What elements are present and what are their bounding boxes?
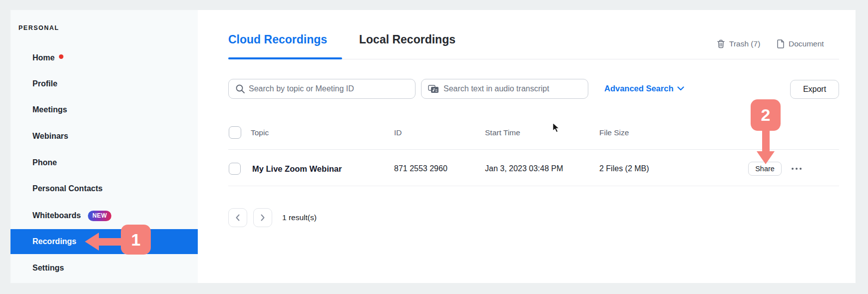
sidebar-item-phone[interactable]: Phone	[10, 153, 198, 173]
export-button[interactable]: Export	[790, 80, 839, 99]
sidebar-item-label: Recordings	[32, 237, 76, 246]
sidebar-item-label: Settings	[32, 264, 64, 273]
sidebar-item-whiteboards[interactable]: Whiteboards NEW	[10, 206, 198, 226]
tab-cloud-recordings[interactable]: Cloud Recordings	[228, 33, 327, 46]
sidebar-item-home[interactable]: Home	[10, 48, 198, 68]
trash-label: Trash (7)	[729, 39, 760, 48]
sidebar-item-label: Personal Contacts	[32, 184, 102, 193]
column-header-topic: Topic	[251, 128, 269, 137]
advanced-search-label: Advanced Search	[604, 84, 673, 93]
sidebar-item-label: Webinars	[32, 132, 68, 141]
advanced-search-link[interactable]: Advanced Search	[604, 84, 684, 93]
sidebar-item-meetings[interactable]: Meetings	[10, 100, 198, 120]
recording-topic[interactable]: My Live Zoom Webinar	[252, 164, 342, 174]
recording-id: 871 2553 2960	[394, 164, 447, 173]
more-options-button[interactable]	[788, 165, 805, 173]
new-badge: NEW	[88, 211, 112, 221]
document-label: Document	[789, 39, 824, 48]
previous-page-button[interactable]	[228, 208, 247, 227]
transcript-search-input[interactable]	[421, 79, 588, 99]
sidebar-item-label: Whiteboards	[32, 211, 81, 220]
recording-file-size: 2 Files (2 MB)	[599, 164, 649, 173]
callout-step-2: 2	[751, 99, 781, 131]
ellipsis-icon	[800, 168, 802, 170]
sidebar-item-personal-contacts[interactable]: Personal Contacts	[10, 179, 198, 199]
chevron-left-icon	[235, 214, 240, 221]
select-all-checkbox[interactable]	[229, 126, 241, 139]
column-header-start-time: Start Time	[485, 128, 520, 137]
audio-transcript-icon	[428, 85, 439, 93]
column-header-file-size: File Size	[599, 128, 629, 137]
sidebar-section-label: PERSONAL	[18, 24, 59, 31]
callout-step-1: 1	[121, 225, 151, 255]
search-icon	[235, 84, 245, 94]
callout-arrowhead-2	[757, 151, 775, 164]
page: PERSONAL Home Profile Meetings Webinars …	[0, 0, 868, 294]
document-icon	[777, 39, 785, 48]
sidebar-item-label: Phone	[32, 158, 57, 167]
active-tab-indicator	[228, 57, 342, 59]
ellipsis-icon	[792, 168, 794, 170]
sidebar-item-settings[interactable]: Settings	[10, 258, 198, 278]
sidebar-item-profile[interactable]: Profile	[10, 74, 198, 94]
chevron-down-icon	[677, 86, 684, 91]
sidebar-item-label: Home	[32, 53, 54, 62]
sidebar-item-label: Profile	[32, 79, 57, 88]
topic-search-input[interactable]	[228, 79, 416, 99]
table-header-divider	[228, 149, 839, 150]
trash-link[interactable]: Trash (7)	[717, 36, 760, 51]
chevron-right-icon	[260, 214, 265, 221]
trash-icon	[717, 39, 725, 48]
callout-arrowhead-1	[85, 233, 99, 251]
callout-arrow-2	[762, 130, 770, 152]
column-header-id: ID	[394, 128, 402, 137]
notification-dot-icon	[59, 54, 63, 59]
table-row-divider	[228, 186, 839, 186]
sidebar-item-webinars[interactable]: Webinars	[10, 126, 198, 146]
callout-arrow-1	[98, 238, 121, 246]
sidebar-item-label: Meetings	[32, 105, 67, 114]
recording-start-time: Jan 3, 2023 03:48 PM	[485, 164, 563, 173]
result-count: 1 result(s)	[282, 213, 317, 222]
tab-local-recordings[interactable]: Local Recordings	[359, 33, 455, 46]
next-page-button[interactable]	[253, 208, 272, 227]
mouse-cursor-icon	[552, 122, 560, 133]
ellipsis-icon	[796, 168, 798, 170]
document-link[interactable]: Document	[777, 36, 824, 51]
row-checkbox[interactable]	[229, 163, 241, 175]
